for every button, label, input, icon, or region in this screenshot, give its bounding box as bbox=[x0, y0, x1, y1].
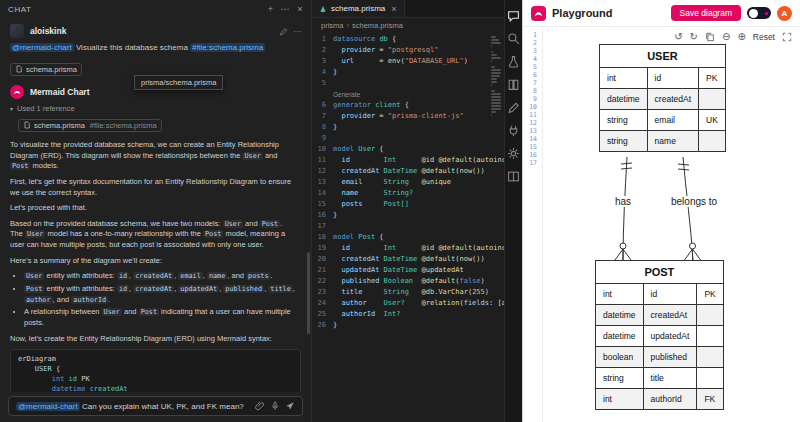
editor-line: 24 author User? @relation(fields: [au bbox=[312, 298, 504, 309]
gear-icon[interactable] bbox=[507, 147, 520, 160]
plug-icon[interactable] bbox=[507, 124, 520, 137]
line-number: 11 bbox=[312, 155, 333, 166]
assistant-paragraphs: To visualize the provided database schem… bbox=[0, 140, 311, 266]
layout-icon[interactable] bbox=[507, 170, 520, 183]
diagram-canvas[interactable]: ↺ ↻ ⊖ ⊕ Reset bbox=[543, 27, 800, 422]
breadcrumb-separator: › bbox=[347, 21, 350, 30]
line-number: 6 bbox=[312, 100, 333, 111]
mention-chip[interactable]: @mermaid-chart bbox=[16, 402, 80, 411]
tab-close-icon[interactable]: × bbox=[391, 4, 396, 14]
file-icon bbox=[15, 65, 23, 73]
mention-chip[interactable]: @mermaid-chart bbox=[10, 43, 74, 52]
zoom-in-icon[interactable]: ⊕ bbox=[737, 31, 745, 42]
edit-message-icon[interactable] bbox=[279, 27, 288, 36]
inline-code: id bbox=[117, 285, 129, 293]
editor-line: 13 email String @unique bbox=[312, 177, 504, 188]
playground-header: Playground Save diagram A bbox=[523, 0, 800, 27]
editor-line: 6generator client { bbox=[312, 100, 504, 111]
entity-attribute-row: datetimecreatedAt bbox=[600, 89, 726, 110]
line-number: 9 bbox=[312, 133, 333, 144]
pencil-icon[interactable] bbox=[507, 101, 520, 114]
inline-code: updatedAt bbox=[178, 285, 219, 293]
inline-code: User bbox=[24, 272, 44, 280]
assistant-paragraph: First, let's get the syntax documentatio… bbox=[0, 177, 311, 198]
undo-icon[interactable]: ↺ bbox=[674, 31, 682, 42]
entity-attribute-row: booleanpublished bbox=[596, 347, 724, 368]
zoom-out-icon[interactable]: ⊖ bbox=[722, 31, 730, 42]
entity-name: POST bbox=[596, 261, 724, 284]
tab-schema-prisma[interactable]: schema.prisma × bbox=[312, 0, 405, 17]
fullscreen-icon[interactable] bbox=[782, 32, 792, 42]
file-path-tooltip: prisma/schema.prisma bbox=[134, 75, 223, 90]
attached-file-chip[interactable]: schema.prisma bbox=[10, 63, 82, 76]
editor-line: 7 provider = "prisma-client-js" bbox=[312, 111, 504, 122]
code-editor[interactable]: 1datasource db {2 provider = "postgresql… bbox=[312, 32, 504, 422]
send-icon[interactable] bbox=[285, 401, 295, 411]
chat-input[interactable]: @mermaid-chart Can you explain what UK, … bbox=[8, 396, 303, 416]
entity-attribute-row: stringname bbox=[600, 131, 726, 152]
reference-file-detail: #file:schema.prisma bbox=[90, 121, 157, 130]
chat-scrollbar[interactable] bbox=[307, 252, 310, 334]
code-lines[interactable]: 1datasource db {2 provider = "postgresql… bbox=[312, 34, 504, 331]
inline-code: name bbox=[207, 272, 227, 280]
gutter-line-number: 5 bbox=[523, 63, 537, 71]
breadcrumb[interactable]: prisma › schema.prisma bbox=[312, 18, 504, 32]
chat-icon[interactable] bbox=[507, 9, 520, 22]
line-number: 21 bbox=[312, 265, 333, 276]
inline-code: published bbox=[223, 285, 264, 293]
mermaid-chart-avatar bbox=[10, 85, 24, 99]
attach-icon[interactable] bbox=[255, 401, 265, 411]
gutter-line-number: 10 bbox=[523, 103, 537, 111]
inline-code: Post bbox=[203, 230, 223, 238]
editor-line: 3 url = env("DATABASE_URL") bbox=[312, 56, 504, 67]
attached-file-name: schema.prisma bbox=[26, 65, 77, 74]
breadcrumb-folder[interactable]: prisma bbox=[321, 21, 344, 30]
editor-line: 11 id Int @id @default(autoincre bbox=[312, 155, 504, 166]
editor-line: 5 bbox=[312, 78, 504, 89]
mic-icon[interactable] bbox=[270, 401, 280, 411]
new-chat-icon[interactable]: + bbox=[268, 5, 274, 14]
theme-toggle[interactable] bbox=[747, 7, 771, 19]
gutter-line-number: 11 bbox=[523, 111, 537, 119]
reset-button[interactable]: Reset bbox=[753, 32, 775, 42]
reference-file-chip[interactable]: schema.prisma #file:schema.prisma bbox=[18, 119, 162, 132]
line-number: 19 bbox=[312, 243, 333, 254]
message-more-icon[interactable]: ⋯ bbox=[293, 27, 301, 36]
gutter-line-number: 9 bbox=[523, 95, 537, 103]
search-icon[interactable] bbox=[507, 32, 520, 45]
book-icon[interactable] bbox=[507, 78, 520, 91]
editor-line: 16} bbox=[312, 210, 504, 221]
gutter-line-number: 2 bbox=[523, 39, 537, 47]
mermaid-logo-glyph bbox=[12, 87, 22, 97]
minimap[interactable] bbox=[491, 35, 502, 117]
copy-icon[interactable] bbox=[705, 32, 715, 42]
playground-code-gutter[interactable]: 1234567891011121314151617 bbox=[523, 27, 543, 422]
inline-code: createdAt bbox=[133, 272, 174, 280]
editor-line: 20 createdAt DateTime @default(now()) bbox=[312, 254, 504, 265]
editor-line: Generate bbox=[312, 89, 504, 100]
mention-chip[interactable]: #file:schema.prisma bbox=[190, 43, 265, 52]
breadcrumb-file[interactable]: schema.prisma bbox=[352, 21, 403, 30]
entity-attribute-row: stringtitle bbox=[596, 368, 724, 389]
entity-attribute-row: intidPK bbox=[600, 68, 726, 89]
close-icon[interactable]: × bbox=[297, 5, 303, 14]
user-avatar bbox=[10, 24, 24, 38]
user-turn-header: aloiskink ⋯ bbox=[0, 18, 311, 40]
chat-input-text[interactable]: @mermaid-chart Can you explain what UK, … bbox=[16, 402, 250, 411]
beaker-icon[interactable] bbox=[507, 55, 520, 68]
line-number: 22 bbox=[312, 276, 333, 287]
line-number: 13 bbox=[312, 177, 333, 188]
more-icon[interactable]: ⋯ bbox=[281, 5, 291, 14]
assistant-paragraph: Based on the provided database schema, w… bbox=[0, 219, 311, 251]
line-number: 3 bbox=[312, 56, 333, 67]
inline-code: User bbox=[102, 308, 122, 316]
account-avatar[interactable]: A bbox=[777, 6, 792, 21]
bullet-item: User entity with attributes: id, created… bbox=[24, 271, 297, 282]
save-diagram-button[interactable]: Save diagram bbox=[671, 5, 741, 21]
references-toggle[interactable]: ▾ Used 1 reference bbox=[0, 101, 311, 114]
relationship-label-belongs-to: belongs to bbox=[669, 196, 719, 207]
codelens-generate[interactable]: Generate bbox=[333, 89, 360, 100]
line-number: 18 bbox=[312, 232, 333, 243]
editor-line: 17 bbox=[312, 221, 504, 232]
redo-icon[interactable]: ↻ bbox=[690, 31, 698, 42]
